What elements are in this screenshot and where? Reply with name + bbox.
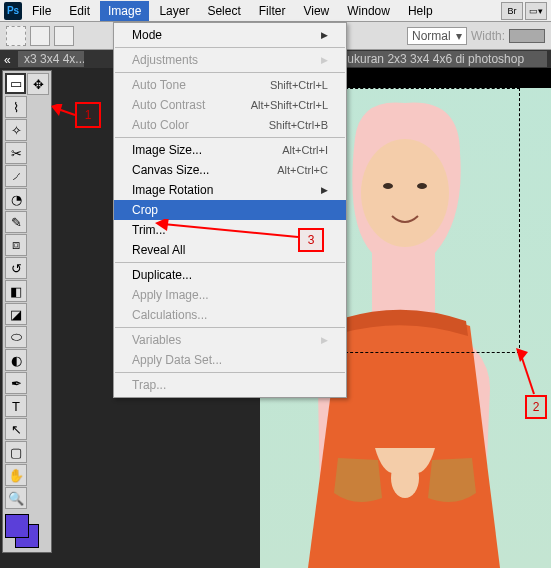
menu-duplicate[interactable]: Duplicate... xyxy=(114,265,346,285)
menu-crop[interactable]: Crop xyxy=(114,200,346,220)
dodge-tool[interactable]: ◐ xyxy=(5,349,27,371)
menu-help[interactable]: Help xyxy=(400,1,441,21)
menu-image-rotation[interactable]: Image Rotation▶ xyxy=(114,180,346,200)
hand-tool[interactable]: ✋ xyxy=(5,464,27,486)
tab-collapse-icon[interactable]: « xyxy=(4,53,16,65)
menu-apply-image[interactable]: Apply Image... xyxy=(114,285,346,305)
crop-tool[interactable]: ✂ xyxy=(5,142,27,164)
menu-trap[interactable]: Trap... xyxy=(114,375,346,395)
svg-marker-6 xyxy=(155,219,169,231)
history-brush-tool[interactable]: ↺ xyxy=(5,257,27,279)
document-tab-1[interactable]: x3 3x4 4x... xyxy=(18,51,84,67)
marquee-tool[interactable]: ▭ xyxy=(5,73,26,94)
menu-adjustments[interactable]: Adjustments▶ xyxy=(114,50,346,70)
width-label: Width: xyxy=(471,29,505,43)
zoom-tool[interactable]: 🔍 xyxy=(5,487,27,509)
app-logo: Ps xyxy=(4,2,22,20)
move-tool[interactable]: ✥ xyxy=(27,73,49,95)
marquee-selection[interactable] xyxy=(340,88,520,353)
document-tab-2[interactable]: foto ukuran 2x3 3x4 4x6 di photoshop xyxy=(318,51,547,67)
menu-auto-color[interactable]: Auto ColorShift+Ctrl+B xyxy=(114,115,346,135)
slice-tool[interactable]: ⟋ xyxy=(5,165,27,187)
blend-mode-select[interactable]: Normal▾ xyxy=(407,27,467,45)
gradient-tool[interactable]: ◪ xyxy=(5,303,27,325)
menu-window[interactable]: Window xyxy=(339,1,398,21)
submenu-arrow-icon: ▶ xyxy=(321,185,328,195)
color-swatches[interactable] xyxy=(5,514,45,550)
lasso-tool[interactable]: ⌇ xyxy=(5,96,27,118)
annotation-3: 3 xyxy=(298,228,324,252)
tools-panel: ▭ ✥ ⌇ ✧ ✂ ⟋ ◔ ✎ ⧈ ↺ ◧ ◪ ⬭ ◐ ✒ T ↖ ▢ ✋ 🔍 xyxy=(2,70,52,553)
annotation-arrow-2 xyxy=(516,348,546,398)
screen-mode-button[interactable]: ▭▾ xyxy=(525,2,547,20)
image-menu-dropdown: Mode▶ Adjustments▶ Auto ToneShift+Ctrl+L… xyxy=(113,22,347,398)
foreground-color[interactable] xyxy=(5,514,29,538)
submenu-arrow-icon: ▶ xyxy=(321,55,328,65)
menu-mode[interactable]: Mode▶ xyxy=(114,25,346,45)
blend-mode-label: Normal xyxy=(412,29,451,43)
menu-canvas-size[interactable]: Canvas Size...Alt+Ctrl+C xyxy=(114,160,346,180)
path-tool[interactable]: ↖ xyxy=(5,418,27,440)
healing-tool[interactable]: ◔ xyxy=(5,188,27,210)
menu-calculations[interactable]: Calculations... xyxy=(114,305,346,325)
menu-apply-data-set[interactable]: Apply Data Set... xyxy=(114,350,346,370)
pen-tool[interactable]: ✒ xyxy=(5,372,27,394)
menu-layer[interactable]: Layer xyxy=(151,1,197,21)
menu-edit[interactable]: Edit xyxy=(61,1,98,21)
eraser-tool[interactable]: ◧ xyxy=(5,280,27,302)
submenu-arrow-icon: ▶ xyxy=(321,30,328,40)
option-btn-2[interactable] xyxy=(54,26,74,46)
bridge-button[interactable]: Br xyxy=(501,2,523,20)
wand-tool[interactable]: ✧ xyxy=(5,119,27,141)
menu-variables[interactable]: Variables▶ xyxy=(114,330,346,350)
option-btn-1[interactable] xyxy=(30,26,50,46)
tool-preset[interactable] xyxy=(6,26,26,46)
menu-image[interactable]: Image xyxy=(100,1,149,21)
clone-tool[interactable]: ⧈ xyxy=(5,234,27,256)
menu-file[interactable]: File xyxy=(24,1,59,21)
svg-line-5 xyxy=(163,224,298,237)
width-input[interactable] xyxy=(509,29,545,43)
brush-tool[interactable]: ✎ xyxy=(5,211,27,233)
menu-select[interactable]: Select xyxy=(199,1,248,21)
annotation-arrow xyxy=(155,219,300,241)
blur-tool[interactable]: ⬭ xyxy=(5,326,27,348)
submenu-arrow-icon: ▶ xyxy=(321,335,328,345)
annotation-arrow-1 xyxy=(51,104,79,122)
shape-tool[interactable]: ▢ xyxy=(5,441,27,463)
menu-view[interactable]: View xyxy=(295,1,337,21)
type-tool[interactable]: T xyxy=(5,395,27,417)
menu-auto-tone[interactable]: Auto ToneShift+Ctrl+L xyxy=(114,75,346,95)
menu-filter[interactable]: Filter xyxy=(251,1,294,21)
chevron-down-icon: ▾ xyxy=(456,29,462,43)
menu-image-size[interactable]: Image Size...Alt+Ctrl+I xyxy=(114,140,346,160)
annotation-2: 2 xyxy=(525,395,547,419)
menu-auto-contrast[interactable]: Auto ContrastAlt+Shift+Ctrl+L xyxy=(114,95,346,115)
menu-bar: Ps File Edit Image Layer Select Filter V… xyxy=(0,0,551,22)
